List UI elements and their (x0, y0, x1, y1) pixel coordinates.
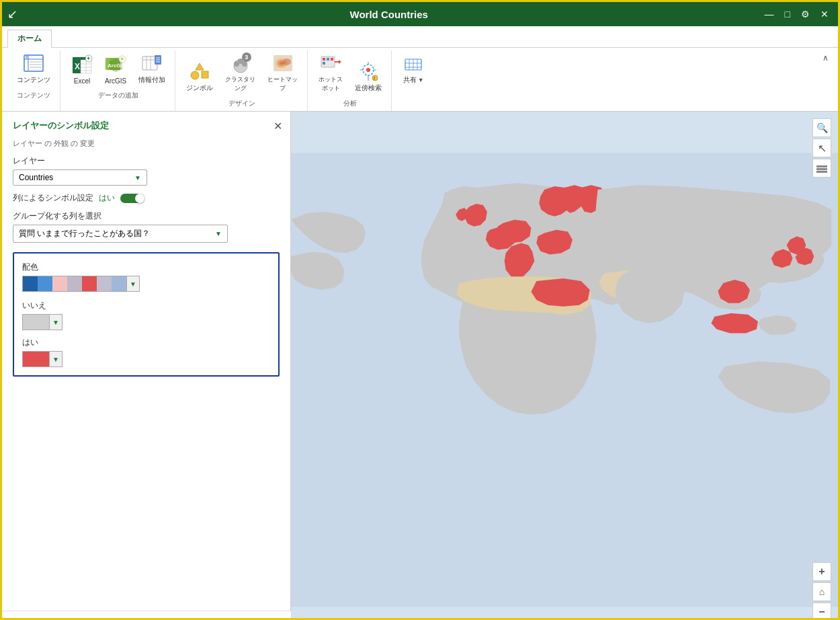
svg-text:!: ! (374, 76, 375, 81)
svg-rect-62 (816, 165, 827, 167)
world-map (291, 112, 838, 620)
share-button[interactable]: 共有 ▼ (398, 50, 428, 87)
panel-close-button[interactable]: ✕ (274, 120, 282, 132)
hai-label: はい (22, 337, 270, 348)
title-bar: ↙ World Countries — □ ⚙ ✕ (2, 2, 838, 26)
app-logo: ↙ (7, 7, 17, 22)
arcgis-button[interactable]: ArcGIS + ArcGIS (101, 52, 130, 87)
toggle-knob (135, 194, 144, 203)
color-scheme-label: 配色 (22, 262, 270, 273)
layer-section: レイヤー Countries ▼ (13, 155, 280, 186)
column-symbol-row: 列によるシンボル設定 はい (13, 192, 280, 204)
contents-icon-svg (23, 52, 44, 74)
select-tool-button[interactable]: ↖ (812, 139, 831, 157)
cluster-icon: 3 (230, 52, 251, 74)
cluster-button[interactable]: 3 クラスタリング (221, 50, 259, 95)
svg-point-48 (366, 68, 370, 72)
svg-text:+: + (120, 56, 124, 63)
zoom-in-button[interactable]: + (812, 562, 831, 581)
svg-rect-42 (323, 62, 325, 65)
svg-point-39 (283, 59, 291, 65)
column-symbol-label: 列によるシンボル設定 (13, 192, 93, 204)
close-button[interactable]: ✕ (816, 7, 833, 21)
ribbon-collapse-button[interactable]: ∧ (818, 50, 833, 65)
map-zoom-controls: + ⌂ − (812, 562, 831, 620)
excel-icon: X + (71, 54, 93, 76)
window-title: World Countries (17, 9, 761, 20)
layer-dropdown-arrow: ▼ (134, 174, 141, 182)
left-panel: ✕ レイヤーのシンボル設定 レイヤー の 外観 の 変更 レイヤー Countr… (2, 112, 291, 620)
layer-value: Countries (19, 173, 53, 182)
swatch-dropdown-arrow[interactable]: ▼ (126, 276, 139, 291)
swatch-2 (38, 276, 52, 291)
excel-icon-svg: X + (71, 54, 93, 76)
joho-button[interactable]: 情報付加 (134, 50, 169, 87)
heatmap-button[interactable]: ヒートマップ (263, 50, 302, 95)
ribbon-group-analysis: ホットスポット ! (309, 50, 392, 111)
arcgis-label: ArcGIS (105, 77, 126, 85)
home-button[interactable]: ⌂ (812, 582, 831, 601)
svg-rect-32 (202, 71, 208, 78)
hotspot-button[interactable]: ホットスポット (314, 50, 347, 95)
heatmap-icon (272, 52, 294, 74)
group-col-dropdown[interactable]: 質問 いままで行ったことがある国？ ▼ (13, 225, 228, 243)
search-tool-button[interactable]: 🔍 (812, 118, 831, 137)
swatch-3 (52, 276, 67, 291)
share-dropdown-arrow[interactable]: ▼ (418, 77, 424, 83)
svg-rect-41 (323, 58, 325, 61)
tab-home[interactable]: ホーム (7, 30, 52, 48)
nearby-button[interactable]: ! 近傍検索 (351, 59, 386, 95)
ribbon-group-items-analysis: ホットスポット ! (314, 50, 386, 98)
ribbon: ホーム (2, 26, 838, 112)
minimize-button[interactable]: — (761, 7, 778, 21)
toggle-bar[interactable] (120, 194, 144, 203)
iiie-color-button[interactable]: ▼ (22, 314, 62, 330)
svg-rect-3 (26, 56, 28, 59)
color-swatch-dropdown[interactable]: ▼ (22, 276, 140, 292)
hotspot-icon (320, 52, 341, 74)
hai-color-arrow[interactable]: ▼ (49, 352, 62, 366)
ribbon-group-label-data: データの追加 (98, 89, 138, 103)
swatch-6 (97, 276, 112, 291)
layers-icon (816, 162, 828, 174)
svg-rect-63 (816, 168, 827, 170)
home-icon: ⌂ (819, 586, 825, 597)
cluster-badge: 3 (242, 52, 251, 62)
ribbon-group-label-share (413, 89, 415, 101)
iiie-color-arrow[interactable]: ▼ (49, 315, 62, 330)
svg-rect-64 (816, 171, 827, 173)
hai-color-button[interactable]: ▼ (22, 351, 62, 367)
svg-rect-43 (327, 58, 329, 61)
swatch-7 (112, 276, 126, 291)
search-icon: 🔍 (816, 122, 828, 133)
layers-tool-button[interactable] (812, 159, 831, 178)
map-area[interactable]: 🔍 ↖ + ⌂ − (291, 112, 838, 620)
color-scheme-section: 配色 ▼ (22, 262, 270, 293)
symbol-button[interactable]: ジンボル (182, 59, 217, 95)
settings-button[interactable]: ⚙ (797, 7, 814, 21)
svg-text:+: + (87, 55, 90, 62)
ribbon-group-items-design: ジンボル 3 クラスタリング (182, 50, 302, 98)
maximize-button[interactable]: □ (781, 7, 794, 21)
cursor-icon: ↖ (818, 142, 827, 155)
contents-button[interactable]: コンテンツ (13, 50, 54, 87)
iiie-row: いいえ ▼ (22, 300, 270, 330)
contents-icon (23, 52, 44, 74)
title-bar-controls: — □ ⚙ ✕ (761, 7, 833, 21)
svg-point-31 (191, 71, 199, 79)
excel-button[interactable]: X + Excel (67, 52, 97, 87)
group-col-value: 質問 いままで行ったことがある国？ (19, 228, 150, 239)
layer-dropdown[interactable]: Countries ▼ (13, 169, 147, 186)
joho-icon (141, 52, 163, 74)
svg-marker-30 (196, 63, 204, 70)
symbol-icon (189, 61, 210, 82)
cluster-label: クラスタリング (225, 75, 255, 93)
svg-marker-46 (339, 60, 341, 64)
joho-icon-svg (141, 52, 163, 74)
zoom-out-button[interactable]: − (812, 603, 831, 620)
group-col-dropdown-arrow: ▼ (215, 230, 222, 237)
zoom-in-icon: + (818, 566, 825, 578)
hai-color-swatch (23, 352, 49, 366)
layer-label: レイヤー (13, 155, 280, 167)
svg-text:ArcGIS: ArcGIS (108, 63, 126, 69)
